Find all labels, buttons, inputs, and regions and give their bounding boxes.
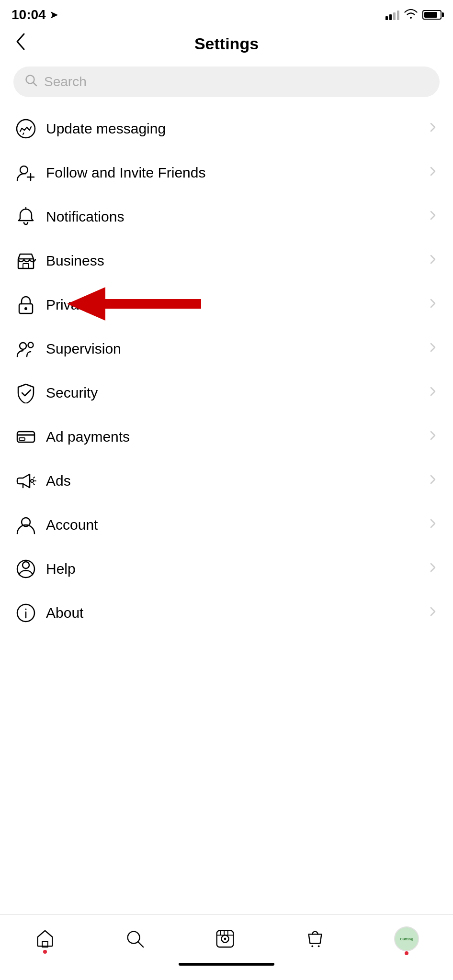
- settings-item-business[interactable]: Business: [0, 239, 453, 283]
- home-icon: [34, 928, 56, 950]
- profile-dot: [405, 951, 408, 955]
- svg-point-3: [20, 166, 28, 174]
- svg-line-18: [34, 477, 34, 478]
- supervision-label: Supervision: [46, 341, 428, 357]
- notifications-label: Notifications: [46, 209, 428, 225]
- home-dot: [43, 950, 47, 954]
- card-icon: [15, 426, 46, 447]
- shield-icon: [15, 382, 46, 403]
- status-time: 10:04 ➤: [11, 7, 58, 22]
- nav-profile[interactable]: Cutting: [386, 923, 427, 955]
- svg-rect-16: [19, 438, 25, 440]
- store-icon: [15, 250, 46, 271]
- lock-icon: [15, 294, 46, 315]
- svg-point-17: [31, 479, 34, 482]
- reels-icon: [214, 928, 236, 950]
- chevron-icon: [428, 208, 438, 226]
- svg-text:Cutting: Cutting: [400, 937, 413, 941]
- account-label: Account: [46, 517, 428, 533]
- time-display: 10:04: [11, 7, 46, 22]
- help-label: Help: [46, 561, 428, 577]
- svg-point-26: [25, 609, 27, 610]
- location-icon: ➤: [50, 9, 58, 21]
- chevron-icon: [428, 472, 438, 490]
- status-bar: 10:04 ➤: [0, 0, 453, 27]
- chevron-icon: [428, 164, 438, 182]
- svg-line-29: [138, 942, 144, 947]
- add-person-icon: [15, 162, 46, 183]
- chevron-icon: [428, 252, 438, 270]
- ad-payments-label: Ad payments: [46, 429, 428, 445]
- settings-list: Update messaging Follow and Invite Frien…: [0, 107, 453, 635]
- search-icon: [25, 74, 37, 89]
- info-icon: [15, 602, 46, 624]
- settings-item-security[interactable]: Security: [0, 371, 453, 415]
- friends-label: Follow and Invite Friends: [46, 165, 428, 181]
- chevron-icon: [428, 604, 438, 623]
- settings-header: Settings: [0, 27, 453, 61]
- settings-item-supervision[interactable]: Supervision: [0, 327, 453, 371]
- battery-icon: [422, 10, 442, 20]
- profile-avatar: Cutting: [394, 926, 419, 951]
- person-icon: [15, 514, 46, 535]
- back-button[interactable]: [13, 31, 27, 56]
- bottom-navigation: Cutting: [0, 914, 453, 980]
- security-label: Security: [46, 385, 428, 401]
- chevron-icon: [428, 560, 438, 579]
- svg-point-37: [311, 945, 313, 947]
- search-container: Search: [0, 61, 453, 107]
- settings-item-about[interactable]: About: [0, 591, 453, 635]
- settings-item-notifications[interactable]: Notifications: [0, 195, 453, 239]
- supervision-icon: [15, 338, 46, 359]
- nav-shop[interactable]: [296, 924, 334, 954]
- wifi-icon: [404, 8, 418, 22]
- messenger-icon: [15, 118, 46, 139]
- nav-search[interactable]: [116, 924, 154, 954]
- page-title: Settings: [194, 34, 259, 53]
- settings-item-ads[interactable]: Ads: [0, 459, 453, 503]
- business-label: Business: [46, 253, 428, 269]
- chevron-icon: [428, 120, 438, 138]
- search-bar[interactable]: Search: [13, 67, 440, 97]
- ads-label: Ads: [46, 473, 428, 489]
- signal-strength: [385, 10, 399, 20]
- help-icon: [15, 558, 46, 579]
- shop-icon: [304, 928, 326, 950]
- svg-line-19: [34, 484, 34, 485]
- privacy-label: Privacy: [46, 297, 428, 313]
- search-nav-icon: [124, 928, 146, 950]
- nav-home[interactable]: [26, 924, 64, 954]
- svg-point-32: [224, 938, 226, 940]
- chevron-icon: [428, 340, 438, 358]
- settings-item-privacy[interactable]: Privacy: [0, 283, 453, 327]
- svg-point-38: [318, 945, 320, 947]
- settings-item-ad-payments[interactable]: Ad payments: [0, 415, 453, 459]
- chevron-icon: [428, 516, 438, 535]
- megaphone-icon: [15, 470, 46, 491]
- settings-item-help[interactable]: Help: [0, 547, 453, 591]
- svg-line-1: [34, 83, 37, 86]
- nav-reels[interactable]: [206, 924, 244, 954]
- home-indicator: [179, 963, 274, 966]
- settings-item-messaging[interactable]: Update messaging: [0, 107, 453, 151]
- svg-point-10: [24, 307, 27, 310]
- svg-point-13: [28, 343, 34, 348]
- about-label: About: [46, 605, 428, 621]
- svg-point-28: [128, 932, 140, 944]
- svg-rect-8: [23, 264, 29, 268]
- svg-point-23: [23, 562, 29, 568]
- chevron-icon: [428, 428, 438, 446]
- bell-icon: [15, 206, 46, 227]
- settings-item-friends[interactable]: Follow and Invite Friends: [0, 151, 453, 195]
- messaging-label: Update messaging: [46, 121, 428, 137]
- chevron-icon: [428, 296, 438, 314]
- search-placeholder: Search: [44, 74, 87, 89]
- svg-point-12: [20, 343, 26, 349]
- status-icons: [385, 8, 442, 22]
- chevron-icon: [428, 384, 438, 402]
- settings-item-account[interactable]: Account: [0, 503, 453, 547]
